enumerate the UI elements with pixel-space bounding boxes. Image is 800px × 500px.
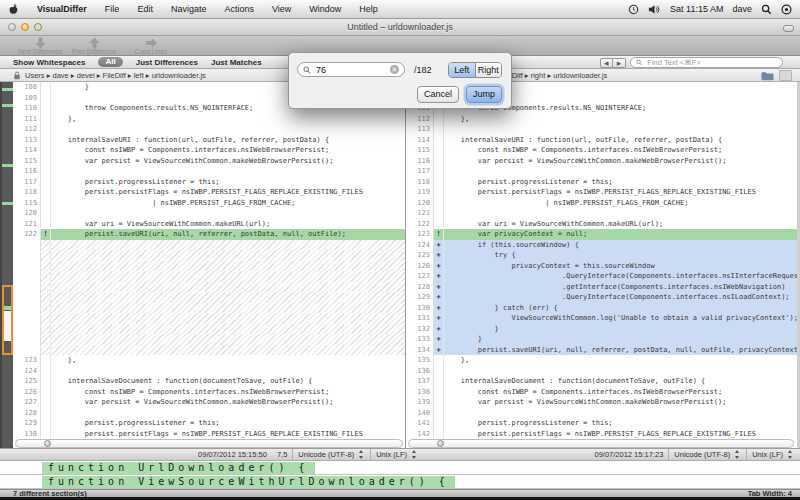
apple-menu-icon[interactable] bbox=[0, 3, 28, 15]
code-line[interactable]: 120 bbox=[13, 208, 405, 219]
code-line[interactable]: 136 bbox=[406, 366, 797, 377]
filter-just-matches-segment[interactable]: Just Matches bbox=[211, 58, 262, 67]
code-line[interactable]: 121 var uri = ViewSourceWithCommon.makeU… bbox=[13, 219, 405, 230]
code-line[interactable]: 126 const nsIWBP = Components.interfaces… bbox=[13, 387, 405, 398]
code-line[interactable]: 119 persist.persistFlags = nsIWBP.PERSIS… bbox=[406, 187, 797, 198]
gap-line[interactable] bbox=[13, 261, 405, 272]
filter-all-segment[interactable]: All bbox=[98, 57, 122, 67]
show-whitespaces-button[interactable]: Show Whitespaces bbox=[13, 58, 85, 67]
code-line[interactable]: 126+ privacyContext = this.sourceWindow bbox=[406, 261, 797, 272]
find-previous-button[interactable]: ◀ bbox=[600, 58, 613, 68]
code-line[interactable]: 112 }, bbox=[406, 114, 797, 125]
code-line[interactable]: 135 }, bbox=[406, 355, 797, 366]
code-line[interactable]: 117 bbox=[406, 166, 797, 177]
time-machine-icon[interactable] bbox=[628, 3, 639, 14]
code-line[interactable]: 130+ } catch (err) { bbox=[406, 303, 797, 314]
find-next-button[interactable]: ▶ bbox=[613, 58, 626, 68]
next-difference-button[interactable]: Next Difference bbox=[10, 36, 70, 56]
jump-button[interactable]: Jump bbox=[466, 86, 502, 103]
menubar-clock[interactable]: Sat 11:15 AM bbox=[670, 4, 723, 14]
code-line[interactable]: 140 bbox=[406, 408, 797, 419]
code-line[interactable]: 122! persist.saveURI(uri, null, referrer… bbox=[13, 229, 405, 240]
code-line[interactable]: 130 persist.persistFlags = nsIWBP.PERSIS… bbox=[13, 429, 405, 440]
left-horizontal-scrollbar[interactable] bbox=[15, 439, 403, 448]
spotlight-icon[interactable] bbox=[761, 3, 772, 14]
menu-actions[interactable]: Actions bbox=[215, 4, 263, 14]
gap-line[interactable] bbox=[13, 250, 405, 261]
code-line[interactable]: 119 | nsIWBP.PERSIST_FLAGS_FROM_CACHE; bbox=[13, 198, 405, 209]
gap-line[interactable] bbox=[13, 313, 405, 324]
code-line[interactable]: 125 internalSaveDocument : function(docu… bbox=[13, 376, 405, 387]
notification-circle-icon[interactable] bbox=[781, 3, 792, 14]
code-line[interactable]: 127+ .QueryInterface(Components.interfac… bbox=[406, 271, 797, 282]
gap-line[interactable] bbox=[13, 292, 405, 303]
menubar-user[interactable]: dave bbox=[732, 4, 752, 14]
clear-icon[interactable]: ✕ bbox=[390, 65, 399, 74]
code-line[interactable]: 115 const nsIWBP = Components.interfaces… bbox=[406, 145, 797, 156]
left-code-pane[interactable]: 108 }109110 throw Components.results.NS_… bbox=[13, 82, 405, 439]
code-line[interactable]: 116 bbox=[13, 166, 405, 177]
left-file-path[interactable]: Users ▸ dave ▸ devel ▸ FileDiff ▸ left ▸… bbox=[13, 71, 206, 80]
code-line[interactable]: 141 persist.progressListener = this; bbox=[406, 418, 797, 429]
code-line[interactable]: 131+ ViewSourceWithCommon.log('Unable to… bbox=[406, 313, 797, 324]
menu-file[interactable]: File bbox=[96, 4, 129, 14]
code-line[interactable]: 112 bbox=[13, 124, 405, 135]
code-line[interactable]: 129 persist.progressListener = this; bbox=[13, 418, 405, 429]
code-line[interactable]: 134+ persist.saveURI(uri, null, referrer… bbox=[406, 345, 797, 356]
right-horizontal-scrollbar[interactable] bbox=[408, 439, 794, 448]
code-line[interactable]: 123 }, bbox=[13, 355, 405, 366]
copy-lines-button[interactable]: Copy Lines bbox=[126, 36, 176, 56]
find-text-input[interactable] bbox=[645, 57, 777, 68]
right-encoding-select[interactable]: Unicode (UTF-8) bbox=[674, 450, 741, 459]
menu-visualdiffer[interactable]: VisualDiffer bbox=[28, 4, 96, 14]
segment-left[interactable]: Left bbox=[449, 63, 475, 77]
menu-view[interactable]: View bbox=[263, 4, 300, 14]
menu-edit[interactable]: Edit bbox=[128, 4, 162, 14]
code-line[interactable]: 124+ if (this.sourceWindow) { bbox=[406, 240, 797, 251]
code-line[interactable]: 127 var persist = ViewSourceWithCommon.m… bbox=[13, 397, 405, 408]
code-line[interactable]: 132+ } bbox=[406, 324, 797, 335]
code-line[interactable]: 117 persist.progressListener = this; bbox=[13, 177, 405, 188]
scrollbar-knob[interactable] bbox=[437, 440, 444, 447]
right-line-ending-select[interactable]: Unix (LF) bbox=[752, 450, 794, 459]
segment-right[interactable]: Right bbox=[475, 63, 502, 77]
code-line[interactable]: 120 | nsIWBP.PERSIST_FLAGS_FROM_CACHE; bbox=[406, 198, 797, 209]
filter-just-differences-segment[interactable]: Just Differences bbox=[136, 58, 198, 67]
code-line[interactable]: 142 persist.persistFlags = nsIWBP.PERSIS… bbox=[406, 429, 797, 440]
code-line[interactable]: 124 bbox=[13, 366, 405, 377]
code-line[interactable]: 116 var persist = ViewSourceWithCommon.m… bbox=[406, 156, 797, 167]
left-line-ending-select[interactable]: Unix (LF) bbox=[376, 450, 418, 459]
toolbar-toggle-button[interactable] bbox=[783, 25, 794, 32]
line-number-input[interactable] bbox=[314, 64, 388, 76]
volume-icon[interactable] bbox=[648, 3, 661, 14]
breadcrumb[interactable]: Users ▸ dave ▸ devel ▸ FileDiff ▸ left ▸… bbox=[25, 71, 206, 80]
prev-difference-button[interactable]: Prev Difference bbox=[64, 36, 124, 56]
gap-line[interactable] bbox=[13, 282, 405, 293]
code-line[interactable]: 139 var persist = ViewSourceWithCommon.m… bbox=[406, 397, 797, 408]
code-line[interactable]: 113 bbox=[406, 124, 797, 135]
right-code-pane[interactable]: 109 }110111 throw Components.results.NS_… bbox=[406, 82, 797, 439]
code-line[interactable]: 113 internalSaveURI : function(url, outF… bbox=[13, 135, 405, 146]
left-encoding-select[interactable]: Unicode (UTF-8) bbox=[298, 450, 365, 459]
gap-line[interactable] bbox=[13, 303, 405, 314]
code-line[interactable]: 122 var uri = ViewSourceWithCommon.makeU… bbox=[406, 219, 797, 230]
gap-line[interactable] bbox=[13, 271, 405, 282]
code-line[interactable]: 138 const nsIWBP = Components.interfaces… bbox=[406, 387, 797, 398]
cancel-button[interactable]: Cancel bbox=[417, 86, 459, 103]
code-line[interactable]: 114 internalSaveURI : function(url, outF… bbox=[406, 135, 797, 146]
diff-minimap[interactable] bbox=[2, 82, 13, 448]
code-line[interactable]: 118 persist.persistFlags = nsIWBP.PERSIS… bbox=[13, 187, 405, 198]
scrollbar-knob[interactable] bbox=[44, 440, 51, 447]
code-line[interactable]: 121 bbox=[406, 208, 797, 219]
gap-line[interactable] bbox=[13, 334, 405, 345]
minimap-viewport[interactable] bbox=[2, 285, 13, 355]
code-line[interactable]: 118 persist.progressListener = this; bbox=[406, 177, 797, 188]
save-icon[interactable] bbox=[779, 70, 792, 81]
code-line[interactable]: 114 const nsIWBP = Components.interfaces… bbox=[13, 145, 405, 156]
menu-window[interactable]: Window bbox=[300, 4, 350, 14]
code-line[interactable]: 128+ .getInterface(Components.interfaces… bbox=[406, 282, 797, 293]
code-line[interactable]: 129+ .QueryInterface(Components.interfac… bbox=[406, 292, 797, 303]
code-line[interactable]: 125+ try { bbox=[406, 250, 797, 261]
folder-icon[interactable] bbox=[761, 71, 774, 81]
code-line[interactable]: 123! var privacyContext = null; bbox=[406, 229, 797, 240]
